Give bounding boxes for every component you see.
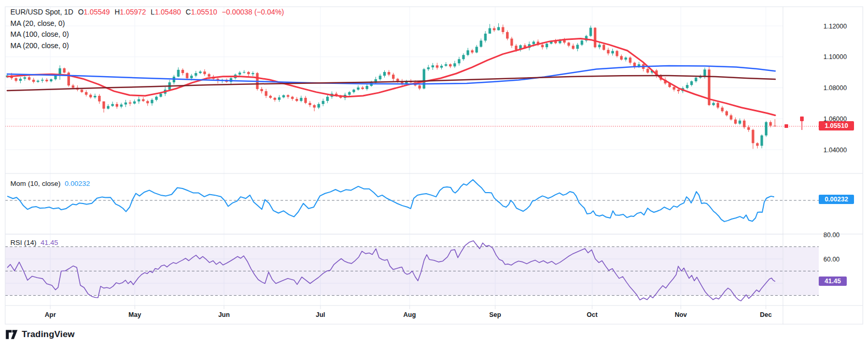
high-value: 1.05972 — [120, 8, 146, 16]
tradingview-watermark[interactable]: TradingView — [5, 329, 75, 340]
momentum-pane[interactable] — [5, 173, 783, 234]
month-label-aug[interactable]: Aug — [403, 311, 416, 318]
momentum-legend[interactable]: Mom (10, close)0.00232 — [10, 180, 90, 187]
open-label: O — [78, 8, 83, 16]
symbol-ohlc-row: EUR/USD Spot, 1DO1.05549H1.05972L1.05480… — [10, 7, 284, 18]
open-value: 1.05549 — [83, 8, 110, 16]
momentum-title: Mom (10, close) — [10, 180, 61, 187]
month-label-apr[interactable]: Apr — [45, 311, 56, 318]
price-tick-label: 1.08000 — [823, 84, 847, 92]
tradingview-watermark-text: TradingView — [22, 329, 75, 340]
rsi-legend[interactable]: RSI (14)41.45 — [10, 239, 58, 246]
tradingview-logo-icon — [5, 329, 18, 340]
time-axis[interactable] — [5, 306, 783, 324]
price-tick-label: 1.04000 — [823, 147, 847, 154]
rsi-tick-label: 80.00 — [823, 231, 839, 239]
month-label-oct[interactable]: Oct — [587, 311, 598, 318]
rsi-tick-label: 60.00 — [823, 256, 839, 263]
close-value: 1.05510 — [191, 8, 217, 16]
month-label-sep[interactable]: Sep — [489, 311, 501, 318]
rsi-value-badge[interactable]: 41.45 — [819, 277, 847, 286]
symbol-title[interactable]: EUR/USD Spot, 1D — [10, 8, 73, 16]
last-price-badge[interactable]: 1.05510 — [819, 121, 854, 130]
ma-20-label[interactable]: MA (20, close, 0) — [10, 18, 284, 30]
rsi-title: RSI (14) — [10, 239, 36, 246]
month-label-jul[interactable]: Jul — [316, 311, 325, 318]
ma-200-label[interactable]: MA (200, close, 0) — [10, 40, 284, 52]
ma-100-label[interactable]: MA (100, close, 0) — [10, 29, 284, 40]
month-label-jun[interactable]: Jun — [218, 311, 230, 318]
momentum-value: 0.00232 — [65, 180, 90, 187]
momentum-value-badge[interactable]: 0.00232 — [819, 195, 854, 204]
month-label-nov[interactable]: Nov — [675, 311, 687, 318]
rsi-value: 41.45 — [40, 239, 58, 246]
price-tick-label: 1.12000 — [823, 23, 847, 30]
low-value: 1.05480 — [155, 8, 181, 16]
chart-canvas[interactable]: 1.120001.100001.080001.060001.0400080.00… — [0, 0, 868, 349]
price-tick-label: 1.10000 — [823, 53, 847, 61]
price-marker-square — [785, 124, 788, 128]
close-label: C — [186, 8, 191, 16]
tradingview-chart-window: 1.120001.100001.080001.060001.0400080.00… — [0, 0, 868, 349]
month-label-dec[interactable]: Dec — [760, 311, 772, 318]
symbol-legend: EUR/USD Spot, 1DO1.05549H1.05972L1.05480… — [10, 7, 284, 51]
change-value: −0.00038 (−0.04%) — [222, 8, 284, 16]
month-label-may[interactable]: May — [129, 311, 141, 318]
high-label: H — [115, 8, 120, 16]
